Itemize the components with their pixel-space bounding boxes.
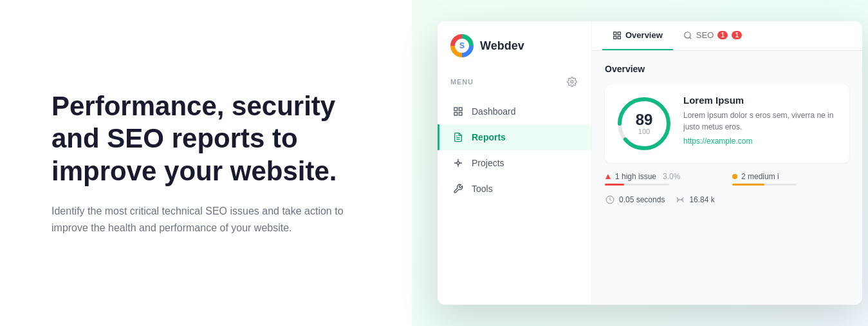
score-card: 89 100 Lorem Ipsum Lorem ipsum dolor s e…	[605, 84, 849, 163]
high-issue-label: 1 high issue	[615, 172, 656, 181]
score-link[interactable]: https://example.com	[683, 137, 839, 146]
stat-size-value: 16.84 k	[689, 195, 714, 204]
brand-logo-inner: S	[455, 39, 469, 53]
high-issue-percent: 3.0%	[663, 172, 680, 181]
svg-point-0	[571, 81, 573, 83]
tab-overview-label: Overview	[625, 30, 663, 40]
sidebar: S Webdev MENU	[438, 21, 592, 305]
svg-rect-2	[459, 108, 462, 111]
medium-issue-dot	[732, 174, 737, 179]
timer-icon	[605, 195, 615, 205]
score-description: Lorem ipsum dolor s eros sem, viverra ne…	[683, 110, 839, 133]
svg-point-7	[457, 162, 459, 164]
high-issue-item: 1 high issue 3.0%	[605, 172, 722, 186]
svg-rect-12	[614, 32, 616, 34]
app-window: S Webdev MENU	[438, 21, 862, 305]
reports-icon	[452, 131, 464, 143]
seo-tab-icon	[683, 31, 692, 40]
tab-overview[interactable]: Overview	[602, 21, 673, 50]
projects-icon	[452, 157, 464, 169]
stats-row: 0.05 seconds 16.84 k	[605, 195, 849, 205]
settings-icon[interactable]	[566, 75, 578, 88]
overview-tab-icon	[613, 31, 622, 40]
svg-rect-14	[618, 36, 620, 39]
menu-label-row: MENU	[438, 70, 591, 93]
sidebar-item-tools[interactable]: Tools	[438, 176, 591, 202]
score-title: Lorem Ipsum	[683, 95, 839, 106]
stat-time: 0.05 seconds	[605, 195, 665, 205]
seo-tab-badge: 1	[717, 31, 728, 39]
scale-icon	[675, 195, 685, 205]
stat-size: 16.84 k	[675, 195, 714, 205]
dashboard-icon	[452, 106, 464, 117]
sidebar-item-reports-label: Reports	[472, 132, 506, 142]
tab-bar: Overview SEO 1 1	[592, 21, 862, 51]
brand-logo: S	[450, 34, 474, 57]
svg-point-16	[685, 32, 690, 37]
hero-section: Performance, security and SEO reports to…	[0, 52, 412, 274]
high-issue-bar	[605, 184, 669, 186]
seo-tab-badge-2: 1	[732, 31, 742, 39]
svg-rect-4	[454, 112, 457, 115]
score-info: Lorem Ipsum Lorem ipsum dolor s eros sem…	[683, 95, 839, 146]
tab-seo[interactable]: SEO 1 1	[673, 21, 752, 50]
medium-issue-item: 2 medium i	[732, 172, 849, 186]
sidebar-item-reports[interactable]: Reports	[438, 124, 591, 150]
sidebar-item-projects-label: Projects	[472, 158, 504, 168]
stat-time-value: 0.05 seconds	[619, 195, 665, 204]
hero-subtitle: Identify the most critical technical SEO…	[51, 203, 347, 236]
high-issue-triangle	[605, 173, 611, 180]
mockup-area: S Webdev MENU	[412, 0, 868, 326]
medium-issue-label: 2 medium i	[741, 172, 779, 181]
svg-rect-3	[459, 112, 462, 115]
score-value: 89	[636, 112, 653, 128]
sidebar-item-dashboard[interactable]: Dashboard	[438, 99, 591, 124]
svg-rect-13	[618, 32, 620, 34]
circular-progress: 89 100	[615, 95, 673, 153]
hero-title: Performance, security and SEO reports to…	[51, 90, 360, 187]
sidebar-item-projects[interactable]: Projects	[438, 150, 591, 176]
svg-line-17	[690, 37, 692, 39]
overview-section-title: Overview	[605, 64, 849, 74]
svg-rect-1	[454, 108, 457, 111]
score-display: 89 100	[636, 112, 653, 135]
brand-name: Webdev	[480, 39, 524, 53]
tab-seo-label: SEO	[696, 30, 714, 40]
main-content: Overview SEO 1 1 Overview	[592, 21, 862, 305]
high-issue-bar-fill	[605, 184, 624, 186]
medium-issue-bar-fill	[732, 184, 764, 186]
tools-icon	[452, 183, 464, 195]
content-panel: Overview 89 100	[592, 51, 862, 305]
sidebar-item-dashboard-label: Dashboard	[472, 106, 516, 117]
issues-row: 1 high issue 3.0% 2 medium i	[605, 172, 849, 186]
svg-rect-15	[614, 36, 616, 39]
menu-label-text: MENU	[450, 78, 474, 86]
svg-marker-20	[605, 174, 611, 179]
sidebar-item-tools-label: Tools	[472, 184, 493, 194]
medium-issue-bar	[732, 184, 797, 186]
sidebar-header: S Webdev	[438, 34, 591, 70]
score-max: 100	[636, 128, 653, 135]
